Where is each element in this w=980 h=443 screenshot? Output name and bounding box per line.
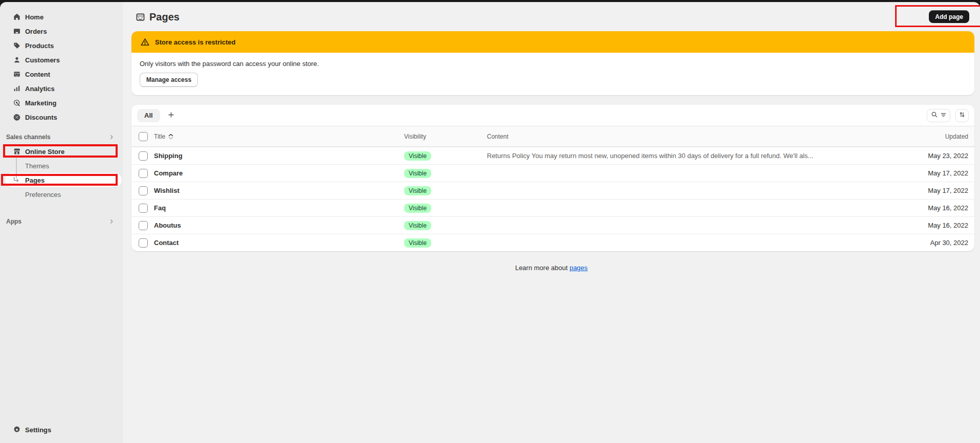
branch-arrow-icon	[13, 176, 20, 185]
row-updated: May 16, 2022	[903, 221, 974, 229]
banner-header: Store access is restricted	[131, 31, 974, 53]
row-updated: May 17, 2022	[903, 169, 974, 177]
table-toolbar: All	[131, 105, 974, 126]
row-checkbox[interactable]	[139, 221, 148, 230]
sidebar-item-online-store[interactable]: Online Store	[0, 144, 123, 159]
sort-button[interactable]	[955, 109, 969, 122]
sidebar-item-label: Analytics	[25, 85, 55, 93]
tag-icon	[12, 41, 21, 50]
apps-label: Apps	[6, 218, 21, 225]
table-row-contact[interactable]: Contact Visible Apr 30, 2022	[131, 234, 974, 251]
manage-access-button[interactable]: Manage access	[140, 73, 198, 87]
row-updated: May 23, 2022	[903, 152, 974, 160]
sidebar-item-label: Online Store	[25, 148, 64, 156]
column-header-visibility: Visibility	[404, 133, 487, 140]
row-title[interactable]: Wishlist	[154, 187, 404, 194]
table-row-aboutus[interactable]: Aboutus Visible May 16, 2022	[131, 216, 974, 234]
table-row-compare[interactable]: Compare Visible May 17, 2022	[131, 164, 974, 182]
warning-icon	[140, 37, 150, 47]
add-page-button[interactable]: Add page	[929, 10, 969, 23]
discount-icon	[12, 113, 21, 122]
row-checkbox[interactable]	[139, 186, 148, 195]
select-all-checkbox[interactable]	[139, 132, 148, 141]
sidebar-item-label: Customers	[25, 56, 60, 64]
sidebar-item-label: Themes	[25, 162, 49, 170]
footer-help-text: Learn more about pages	[123, 264, 980, 272]
gear-icon	[12, 426, 21, 434]
sidebar-item-customers[interactable]: Customers	[0, 53, 123, 67]
banner-title: Store access is restricted	[155, 38, 236, 46]
tab-all[interactable]: All	[137, 109, 160, 122]
status-badge: Visible	[404, 186, 431, 195]
row-checkbox[interactable]	[139, 204, 148, 213]
table-row-wishlist[interactable]: Wishlist Visible May 17, 2022	[131, 182, 974, 199]
sidebar-item-label: Discounts	[25, 114, 57, 121]
sidebar-item-marketing[interactable]: Marketing	[0, 96, 123, 110]
row-updated: May 17, 2022	[903, 187, 974, 194]
table-row-faq[interactable]: Faq Visible May 16, 2022	[131, 199, 974, 216]
sidebar-item-discounts[interactable]: Discounts	[0, 110, 123, 124]
sidebar-item-content[interactable]: Content	[0, 67, 123, 81]
main-content: Pages Add page Store access is restricte…	[123, 2, 980, 443]
sidebar-item-themes[interactable]: Themes	[0, 159, 123, 173]
table-row-shipping[interactable]: Shipping Visible Returns Policy You may …	[131, 147, 974, 164]
row-title[interactable]: Aboutus	[154, 221, 404, 229]
sidebar: Home Orders Products Customers Content A…	[0, 2, 123, 443]
plus-icon	[167, 111, 175, 120]
apps-header[interactable]: Apps	[0, 214, 123, 229]
row-checkbox[interactable]	[139, 238, 148, 248]
add-view-button[interactable]	[164, 109, 179, 122]
sidebar-item-label: Pages	[25, 176, 44, 184]
person-icon	[12, 56, 21, 64]
chevron-right-icon	[108, 134, 115, 140]
sidebar-item-label: Settings	[25, 426, 51, 434]
sidebar-item-label: Products	[25, 42, 54, 50]
app-window: Home Orders Products Customers Content A…	[0, 2, 980, 443]
pages-help-link[interactable]: pages	[569, 264, 587, 272]
page-title: Pages	[149, 11, 180, 23]
sidebar-item-pages[interactable]: Pages	[0, 173, 123, 187]
row-title[interactable]: Shipping	[154, 152, 404, 160]
sidebar-item-preferences[interactable]: Preferences	[0, 187, 123, 202]
column-header-content: Content	[487, 133, 903, 140]
column-header-title[interactable]: Title	[154, 133, 404, 140]
sidebar-item-products[interactable]: Products	[0, 38, 123, 53]
banner-body: Only visitors with the password can acce…	[131, 53, 974, 95]
home-icon	[12, 13, 21, 21]
bar-chart-icon	[12, 84, 21, 93]
sidebar-item-label: Preferences	[25, 191, 61, 198]
sidebar-item-orders[interactable]: Orders	[0, 24, 123, 38]
row-content: Returns Policy You may return most new, …	[487, 152, 903, 160]
search-filter-button[interactable]	[927, 109, 950, 122]
store-access-banner: Store access is restricted Only visitors…	[131, 31, 974, 95]
page-header: Pages	[136, 10, 180, 24]
pages-table-card: All Title Visibility	[131, 105, 974, 251]
sidebar-item-settings[interactable]: Settings	[0, 423, 123, 437]
row-title[interactable]: Contact	[154, 239, 404, 247]
sales-channels-header[interactable]: Sales channels	[0, 130, 123, 144]
search-icon	[931, 111, 938, 120]
row-updated: May 16, 2022	[903, 204, 974, 212]
sales-channels-label: Sales channels	[6, 134, 51, 141]
sidebar-item-label: Orders	[25, 28, 47, 35]
status-badge: Visible	[404, 151, 431, 161]
target-icon	[12, 99, 21, 107]
row-updated: Apr 30, 2022	[903, 239, 974, 247]
row-title[interactable]: Compare	[154, 169, 404, 177]
table-header-row: Title Visibility Content Updated	[131, 126, 974, 147]
chevron-right-icon	[108, 218, 115, 225]
banner-text: Only visitors with the password can acce…	[140, 60, 966, 68]
row-title[interactable]: Faq	[154, 204, 404, 212]
store-icon	[12, 147, 21, 156]
status-badge: Visible	[404, 221, 431, 230]
row-checkbox[interactable]	[139, 169, 148, 178]
sidebar-item-home[interactable]: Home	[0, 10, 123, 24]
sort-arrows-icon	[959, 111, 966, 120]
sidebar-item-label: Content	[25, 71, 50, 78]
sidebar-item-analytics[interactable]: Analytics	[0, 81, 123, 96]
page-icon	[136, 12, 145, 22]
row-checkbox[interactable]	[139, 151, 148, 161]
status-badge: Visible	[404, 204, 431, 213]
sidebar-item-label: Marketing	[25, 99, 56, 107]
content-icon	[12, 70, 21, 79]
